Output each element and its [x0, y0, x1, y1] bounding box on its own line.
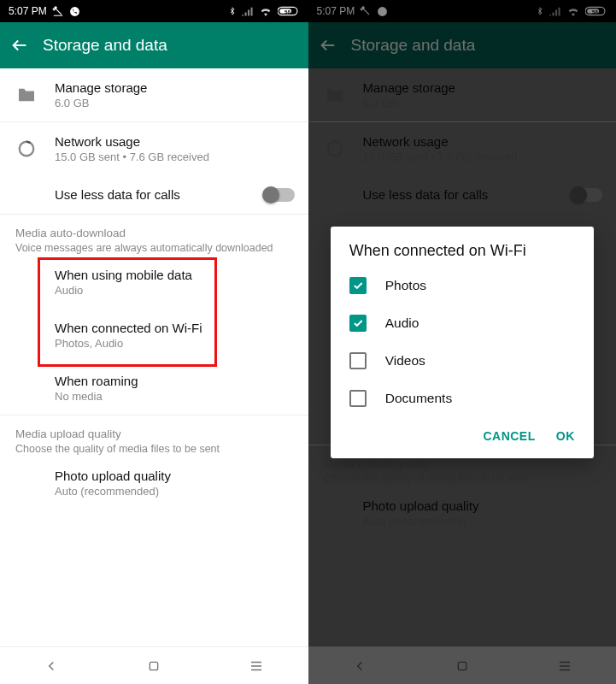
bluetooth-icon — [228, 5, 237, 17]
dialog-overlay[interactable]: When connected on Wi-Fi Photos Audio Vid… — [308, 0, 617, 684]
dialog-title: When connected on Wi-Fi — [331, 242, 594, 267]
lessdata-title: Use less data for calls — [55, 187, 247, 202]
section-media-title: Media auto-download — [15, 227, 293, 239]
roaming-title: When roaming — [55, 374, 295, 388]
svg-rect-5 — [150, 662, 158, 669]
switch-less-data[interactable] — [264, 188, 295, 202]
section-upload-quality: Media upload quality Choose the quality … — [0, 416, 308, 457]
highlight-box — [38, 257, 217, 367]
back-icon[interactable] — [10, 36, 29, 55]
option-photos[interactable]: Photos — [331, 267, 594, 304]
statusbar: 5:07 PM 58 — [0, 0, 308, 22]
wifi-icon — [259, 6, 273, 16]
appbar-title: Storage and data — [43, 36, 167, 55]
checkbox-audio[interactable] — [349, 315, 367, 332]
photo-quality-title: Photo upload quality — [55, 469, 295, 483]
svg-point-0 — [70, 7, 79, 16]
roaming-sub: No media — [55, 390, 295, 403]
section-upload-sub: Choose the quality of media files to be … — [15, 443, 293, 455]
svg-point-4 — [20, 142, 34, 156]
navbar — [0, 646, 308, 684]
appbar: Storage and data — [0, 22, 308, 68]
signal-icon — [242, 6, 254, 16]
manage-sub: 6.0 GB — [55, 97, 295, 109]
ok-button[interactable]: OK — [556, 429, 575, 443]
screen-settings: 5:07 PM 58 Storage and data Manage stora… — [0, 0, 308, 684]
checkbox-documents[interactable] — [349, 390, 367, 407]
nav-back-icon[interactable] — [44, 658, 59, 674]
nav-home-icon[interactable] — [147, 659, 161, 673]
nav-recent-icon[interactable] — [249, 660, 264, 672]
option-videos[interactable]: Videos — [331, 342, 594, 380]
folder-icon — [17, 87, 36, 103]
option-audio-label: Audio — [385, 315, 419, 331]
battery-icon: 58 — [278, 6, 300, 16]
section-media-download: Media auto-download Voice messages are a… — [0, 215, 308, 256]
section-upload-title: Media upload quality — [15, 428, 293, 440]
section-media-sub: Voice messages are always automatically … — [15, 242, 293, 254]
checkbox-videos[interactable] — [349, 352, 367, 369]
row-less-data[interactable]: Use less data for calls — [0, 175, 308, 214]
content: Manage storage 6.0 GB Network usage 15.0… — [0, 68, 308, 646]
svg-text:58: 58 — [285, 9, 290, 15]
row-roaming[interactable]: When roaming No media — [0, 362, 308, 415]
option-documents-label: Documents — [385, 391, 452, 406]
whatsapp-icon — [69, 6, 80, 17]
network-title: Network usage — [55, 134, 295, 149]
option-documents[interactable]: Documents — [331, 380, 594, 417]
photo-quality-sub: Auto (recommended) — [55, 485, 295, 498]
row-photo-quality[interactable]: Photo upload quality Auto (recommended) — [0, 457, 308, 510]
checkbox-photos[interactable] — [349, 277, 367, 294]
dialog-wifi-autodownload: When connected on Wi-Fi Photos Audio Vid… — [331, 227, 594, 458]
row-network-usage[interactable]: Network usage 15.0 GB sent • 7.6 GB rece… — [0, 122, 308, 175]
row-manage-storage[interactable]: Manage storage 6.0 GB — [0, 68, 308, 121]
network-sub: 15.0 GB sent • 7.6 GB received — [55, 150, 295, 163]
option-audio[interactable]: Audio — [331, 304, 594, 342]
option-videos-label: Videos — [385, 353, 425, 369]
manage-title: Manage storage — [55, 80, 295, 95]
status-time: 5:07 PM — [9, 5, 47, 17]
dnd-icon — [52, 5, 64, 17]
cancel-button[interactable]: CANCEL — [483, 429, 535, 443]
data-usage-icon — [17, 139, 36, 158]
option-photos-label: Photos — [385, 278, 426, 293]
screen-dialog: 5:07 PM 58 Storage and data Manage stora… — [308, 0, 617, 684]
